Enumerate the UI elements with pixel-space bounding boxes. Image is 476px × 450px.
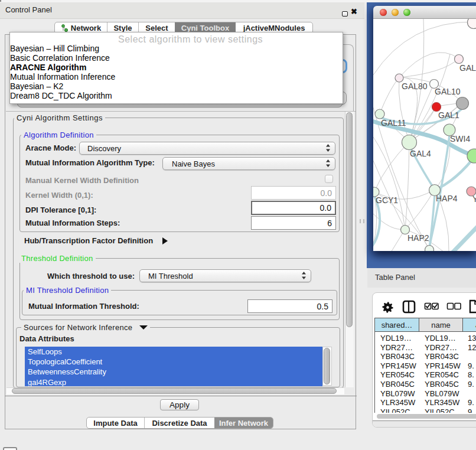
svg-text:SWI4: SWI4: [450, 134, 470, 144]
svg-text:GAL11: GAL11: [381, 118, 406, 128]
svg-text:GAL4: GAL4: [410, 149, 431, 158]
svg-text:GAL1: GAL1: [438, 110, 459, 120]
svg-text:Y: Y: [472, 194, 476, 204]
svg-text:GAL7: GAL7: [459, 63, 476, 73]
svg-text:GCY1: GCY1: [376, 195, 398, 205]
svg-text:GAL80: GAL80: [402, 81, 428, 91]
svg-text:GAL10: GAL10: [435, 87, 461, 96]
svg-text:HAP2: HAP2: [407, 233, 429, 243]
svg-text:HAP4: HAP4: [436, 194, 458, 203]
